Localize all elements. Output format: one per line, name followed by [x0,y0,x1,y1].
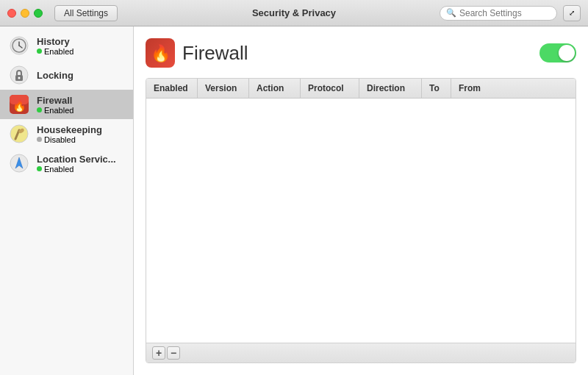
sidebar-item-locking-text: Locking [37,70,74,81]
col-direction: Direction [359,79,422,98]
status-dot-green-loc [37,166,42,171]
search-icon: 🔍 [446,8,456,18]
status-dot-gray [37,137,42,142]
svg-text:🔥: 🔥 [151,43,171,63]
location-icon [9,153,29,174]
firewall-icon: 🔥 [9,94,29,115]
main-layout: History Enabled Locking [0,26,588,375]
history-icon [9,35,29,56]
sidebar-item-history-status: Enabled [37,47,74,56]
sidebar: History Enabled Locking [0,26,134,375]
svg-point-10 [10,125,28,143]
table-header: Enabled Version Action Protocol Directio… [146,79,576,99]
all-settings-button[interactable]: All Settings [54,5,118,21]
sidebar-item-history[interactable]: History Enabled [0,31,133,60]
col-action: Action [249,79,301,98]
search-box[interactable]: 🔍 [440,6,557,21]
minimize-button[interactable] [21,9,29,18]
status-dot-green-firewall [37,107,42,113]
add-rule-button[interactable]: + [152,346,165,360]
firewall-content-icon: 🔥 [146,38,175,68]
window-controls: All Settings [7,5,118,21]
sidebar-item-locking[interactable]: Locking [0,60,133,90]
titlebar-right: 🔍 ⤢ [440,5,581,21]
sidebar-item-firewall-name: Firewall [37,95,74,106]
titlebar: All Settings Security & Privacy 🔍 ⤢ [0,0,588,26]
sidebar-item-location-name: Location Servic... [37,154,116,165]
toggle-knob [559,45,575,61]
expand-button[interactable]: ⤢ [563,5,581,21]
sidebar-item-housekeeping-name: Housekeeping [37,124,102,135]
content-title: Firewall [182,42,248,65]
sidebar-item-housekeeping-text: Housekeeping Disabled [37,124,102,144]
sidebar-item-location[interactable]: Location Servic... Enabled [0,149,133,178]
table-footer: + − [146,343,576,362]
status-dot-green [37,49,42,54]
col-enabled: Enabled [146,79,198,98]
search-input[interactable] [459,8,551,18]
maximize-button[interactable] [34,9,43,18]
svg-text:🔥: 🔥 [12,99,26,113]
content-header-left: 🔥 Firewall [146,38,248,68]
sidebar-item-history-text: History Enabled [37,36,74,56]
housekeeping-icon [9,124,29,144]
sidebar-item-firewall-text: Firewall Enabled [37,95,74,115]
window-title: Security & Privacy [252,7,336,18]
col-to: To [422,79,451,98]
col-version: Version [198,79,249,98]
sidebar-item-housekeeping-status: Disabled [37,135,102,144]
sidebar-item-firewall-status: Enabled [37,106,74,115]
svg-point-6 [18,77,21,79]
sidebar-item-firewall[interactable]: 🔥 Firewall Enabled [0,90,133,119]
sidebar-item-housekeeping[interactable]: Housekeeping Disabled [0,119,133,149]
locking-icon [9,65,29,85]
table-body [146,99,576,343]
close-button[interactable] [7,9,16,18]
content-header: 🔥 Firewall [146,38,576,68]
sidebar-item-location-status: Enabled [37,165,116,174]
sidebar-item-location-text: Location Servic... Enabled [37,154,116,174]
remove-rule-button[interactable]: − [167,346,180,360]
col-protocol: Protocol [301,79,359,98]
sidebar-item-locking-name: Locking [37,70,74,81]
firewall-toggle[interactable] [539,43,576,63]
sidebar-item-history-name: History [37,36,74,47]
col-from: From [451,79,576,98]
content-area: 🔥 Firewall Enabled Version Action Protoc… [134,26,588,375]
rules-table: Enabled Version Action Protocol Directio… [146,78,576,363]
